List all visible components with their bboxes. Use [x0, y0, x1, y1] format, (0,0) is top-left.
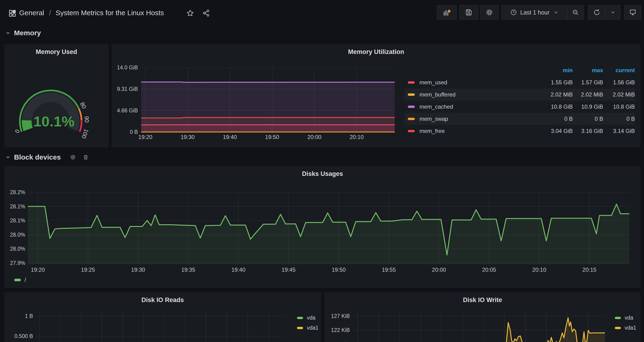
series-swatch [14, 279, 21, 281]
legend-row-mem_free: mem_free3.04 GiB3.16 GiB3.14 GiB [404, 125, 635, 137]
legend-header[interactable]: max [573, 67, 603, 74]
svg-text:117 KiB: 117 KiB [331, 341, 350, 342]
series-label: vda [307, 315, 316, 321]
svg-text:19:20: 19:20 [31, 266, 45, 273]
row-settings-gear-icon[interactable] [70, 154, 76, 160]
chevron-down-icon [553, 10, 558, 15]
legend-header-row: minmaxcurrent [404, 64, 635, 76]
svg-text:19:20: 19:20 [138, 134, 152, 140]
legend-series-toggle[interactable]: mem_buffered [408, 91, 542, 98]
svg-text:0.500 B: 0.500 B [14, 333, 33, 339]
svg-text:90: 90 [84, 116, 90, 123]
legend-series-toggle[interactable]: mem_free [408, 128, 542, 134]
svg-text:19:50: 19:50 [265, 134, 279, 140]
legend-current: 0 B [603, 116, 635, 122]
refresh-interval-dropdown[interactable] [606, 5, 620, 20]
section-memory[interactable]: Memory [5, 29, 41, 37]
disk-io-write-legend-vda1[interactable]: vda1 [615, 325, 636, 331]
svg-text:4.66 GiB: 4.66 GiB [117, 108, 138, 114]
series-label: mem_used [420, 79, 447, 86]
legend-series-toggle[interactable]: mem_swap [408, 116, 542, 122]
disk-io-write-chart[interactable]: 127 KiB122 KiB117 KiB [327, 309, 631, 342]
chevron-down-icon [5, 30, 11, 36]
series-label: mem_swap [420, 116, 448, 122]
svg-text:20:00: 20:00 [307, 134, 321, 140]
save-dashboard-button[interactable] [460, 5, 478, 20]
disks-usages-chart[interactable]: 19:2019:2519:3019:3519:4019:4519:5019:55… [7, 190, 640, 275]
disk-io-reads-chart[interactable]: 1 B0.500 B [14, 309, 318, 342]
series-label: vda1 [307, 325, 318, 331]
time-picker: Last 1 hour [502, 5, 584, 20]
panel-disk-io-write: Disk IO Write 127 KiB122 KiB117 KiB vda … [325, 292, 640, 342]
svg-text:28.0%: 28.0% [10, 232, 25, 238]
breadcrumb-separator: / [46, 9, 54, 17]
cycle-view-mode-button[interactable] [624, 5, 641, 20]
svg-text:20:00: 20:00 [432, 266, 446, 273]
series-swatch [408, 118, 415, 120]
breadcrumb-folder[interactable]: General [19, 9, 44, 17]
panel-title-disk-io-reads[interactable]: Disk IO Reads [5, 296, 320, 304]
legend-series-toggle[interactable]: mem_used [408, 79, 542, 86]
series-swatch [408, 94, 415, 96]
series-label: mem_buffered [420, 91, 456, 98]
disk-io-write-legend-vda[interactable]: vda [615, 315, 633, 321]
zoom-out-button[interactable] [567, 5, 584, 20]
svg-text:27.9%: 27.9% [10, 260, 25, 266]
svg-text:0 B: 0 B [130, 129, 138, 135]
legend-series-toggle[interactable]: mem_cached [408, 104, 542, 110]
refresh-button[interactable] [588, 5, 606, 20]
series-swatch [408, 81, 415, 84]
row-delete-trash-icon[interactable] [83, 154, 89, 160]
memory-utilization-chart[interactable]: 19:2019:3019:4019:5020:0020:1014.0 GiB9.… [114, 65, 400, 144]
section-block-devices-label: Block devices [14, 153, 61, 161]
share-icon[interactable] [202, 9, 210, 18]
disks-usages-legend-item[interactable]: / [14, 277, 26, 283]
svg-text:20:10: 20:10 [350, 134, 364, 140]
svg-text:14.0 GiB: 14.0 GiB [117, 65, 138, 70]
legend-min: 2.02 MiB [542, 91, 573, 98]
dashboard-settings-button[interactable] [480, 5, 499, 20]
svg-text:9.31 GiB: 9.31 GiB [117, 86, 138, 92]
series-label: / [24, 277, 26, 283]
svg-text:19:30: 19:30 [181, 134, 195, 140]
legend-max: 1.57 GiB [573, 79, 603, 86]
legend-min: 10.8 GiB [542, 104, 573, 110]
series-swatch [615, 317, 621, 319]
svg-text:28.0%: 28.0% [10, 246, 25, 252]
memory-used-gauge: 0809010010.1% [5, 54, 108, 148]
series-label: vda [624, 315, 633, 321]
legend-current: 1.56 GiB [603, 79, 635, 86]
series-swatch [408, 106, 415, 108]
svg-text:20:10: 20:10 [532, 266, 546, 273]
panel-title-disk-io-write[interactable]: Disk IO Write [325, 296, 640, 304]
dashboards-grid-icon[interactable] [8, 9, 16, 18]
svg-text:28.2%: 28.2% [10, 190, 25, 195]
clock-icon [510, 9, 517, 16]
panel-disks-usages: Disks Usages 19:2019:2519:3019:3519:4019… [5, 166, 640, 288]
legend-min: 3.04 GiB [542, 128, 573, 134]
svg-text:1 B: 1 B [25, 313, 33, 319]
add-panel-button[interactable] [437, 5, 456, 20]
disk-io-reads-legend-vda[interactable]: vda [297, 315, 316, 321]
section-memory-label: Memory [14, 29, 41, 37]
series-label: mem_cached [420, 104, 453, 110]
svg-text:122 KiB: 122 KiB [331, 327, 350, 333]
star-icon[interactable] [186, 9, 194, 18]
chevron-down-icon [5, 154, 11, 160]
legend-header[interactable]: min [542, 67, 573, 74]
panel-title-disks-usages[interactable]: Disks Usages [5, 170, 640, 178]
legend-max: 10.9 GiB [573, 104, 603, 110]
memory-utilization-legend: minmaxcurrentmem_used1.55 GiB1.57 GiB1.5… [404, 64, 635, 137]
legend-row-mem_swap: mem_swap0 B0 B0 B [404, 113, 635, 125]
page-title: System Metrics for the Linux Hosts [56, 9, 164, 17]
legend-row-mem_buffered: mem_buffered2.02 MiB2.02 MiB2.02 MiB [404, 88, 635, 101]
legend-header[interactable]: current [603, 67, 635, 74]
panel-memory-utilization: Memory Utilization 19:2019:3019:4019:502… [112, 44, 640, 147]
series-label: vda1 [624, 325, 636, 331]
disk-io-reads-legend-vda1[interactable]: vda1 [297, 325, 318, 331]
time-range-button[interactable]: Last 1 hour [502, 5, 567, 20]
section-block-devices[interactable]: Block devices [5, 153, 89, 161]
legend-max: 3.16 GiB [573, 128, 603, 134]
panel-title-memory-utilization[interactable]: Memory Utilization [112, 48, 640, 56]
panel-memory-used: Memory Used 0809010010.1% [5, 44, 108, 147]
